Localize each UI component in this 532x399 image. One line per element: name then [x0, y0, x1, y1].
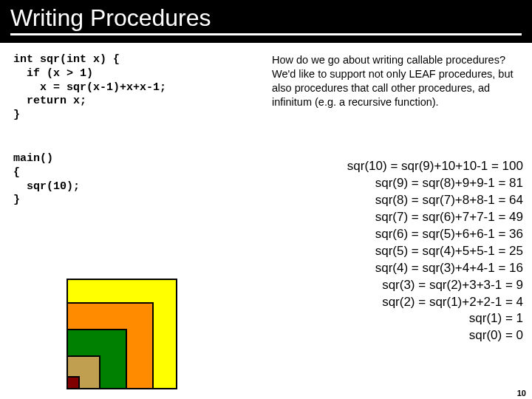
calc-line: sqr(6) = sqr(5)+6+6-1 = 36 [279, 226, 523, 243]
title-bar: Writing Procedures [0, 0, 532, 43]
code-sqr: int sqr(int x) { if (x > 1) x = sqr(x-1)… [13, 53, 166, 123]
calc-line: sqr(5) = sqr(4)+5+5-1 = 25 [279, 243, 523, 260]
calc-line: sqr(3) = sqr(2)+3+3-1 = 9 [279, 277, 523, 294]
nested-squares-figure [66, 275, 181, 389]
calc-line: sqr(8) = sqr(7)+8+8-1 = 64 [279, 192, 523, 209]
calc-line: sqr(9) = sqr(8)+9+9-1 = 81 [279, 175, 523, 192]
page-number: 10 [517, 389, 526, 398]
calc-line: sqr(7) = sqr(6)+7+7-1 = 49 [279, 209, 523, 226]
calc-line: sqr(2) = sqr(1)+2+2-1 = 4 [279, 294, 523, 311]
calc-line: sqr(10) = sqr(9)+10+10-1 = 100 [279, 158, 523, 175]
code-main: main() { sqr(10); } [13, 152, 80, 208]
slide-title: Writing Procedures [10, 4, 522, 35]
square-darkred [66, 376, 80, 389]
calc-line: sqr(4) = sqr(3)+4+4-1 = 16 [279, 260, 523, 277]
calc-line: sqr(0) = 0 [279, 327, 523, 344]
slide-content: int sqr(int x) { if (x > 1) x = sqr(x-1)… [0, 43, 532, 399]
calc-line: sqr(1) = 1 [279, 310, 523, 327]
description-text: How do we go about writing callable proc… [272, 53, 516, 109]
calculation-list: sqr(10) = sqr(9)+10+10-1 = 100 sqr(9) = … [279, 158, 523, 344]
